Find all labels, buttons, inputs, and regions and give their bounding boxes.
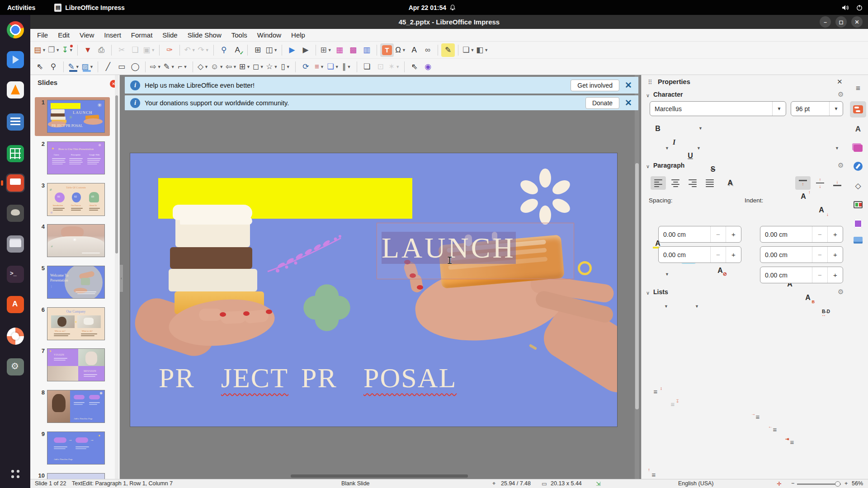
image-filter-dropdown-icon[interactable]: ▼ [396, 65, 400, 69]
get-involved-button[interactable]: Get involved [571, 80, 619, 91]
dock-chrome[interactable] [6, 20, 25, 39]
increase-spacing-button[interactable]: ≡↕ [649, 385, 662, 398]
slide-thumbnail-row-4[interactable]: 4 ✳ ⸙ [35, 221, 110, 260]
highlight-dropdown-icon[interactable]: ▼ [697, 146, 701, 150]
distribute-button[interactable]: ∥▼ [340, 60, 354, 74]
dock-files[interactable] [6, 235, 25, 253]
new-dropdown-icon[interactable]: ▼ [42, 48, 46, 52]
find-replace-button[interactable]: ⚲ [217, 43, 231, 57]
ordered-list-dropdown-icon[interactable]: ▼ [695, 304, 699, 309]
insert-media-button[interactable]: ▩ [346, 43, 360, 57]
undo-button[interactable]: ↶▼ [183, 43, 197, 57]
distribute-dropdown-icon[interactable]: ▼ [347, 65, 351, 69]
indent-before-input[interactable]: 0.00 cm − + [760, 226, 843, 243]
window-title-bar[interactable]: 45_2.pptx - LibreOffice Impress – ◻ ✕ [30, 15, 868, 29]
tab-gallery[interactable] [850, 140, 866, 156]
spacing-below-value[interactable]: 0.00 cm [659, 251, 710, 258]
underline-dropdown-icon[interactable]: ▼ [698, 126, 703, 131]
indent-before-value[interactable]: 0.00 cm [760, 231, 812, 238]
slide-thumbnail-row-7[interactable]: 7 VISION MISSION ✦ [35, 346, 110, 385]
line-color-dropdown-icon[interactable]: ▼ [75, 65, 80, 69]
menu-edit[interactable]: Edit [53, 30, 75, 40]
select-button[interactable]: ⇖ [33, 60, 47, 74]
insert-image-button[interactable]: ▦ [333, 43, 346, 57]
indent-after-value[interactable]: 0.00 cm [760, 251, 812, 258]
indent-first-decrease[interactable]: − [812, 267, 827, 283]
dock-settings[interactable] [6, 357, 25, 376]
spacing-below-decrease[interactable]: − [710, 247, 726, 263]
focused-app-indicator[interactable]: ▤ LibreOffice Impress [54, 4, 125, 12]
indent-first-value[interactable]: 0.00 cm [760, 272, 812, 279]
minimize-button[interactable]: – [820, 16, 831, 28]
spacing-above-value[interactable]: 0.00 cm [659, 231, 710, 238]
tab-master-slides[interactable] [850, 232, 866, 248]
zoom-fit-icon[interactable]: ✛ [777, 480, 781, 487]
yellow-ring-decoration[interactable] [578, 261, 592, 275]
horizontal-scrollbar-thumb[interactable] [291, 474, 468, 478]
edit-canvas[interactable]: ‹ [120, 75, 641, 479]
paragraph-settings-icon[interactable]: ⚙ [838, 161, 844, 169]
main-slide[interactable]: LAUNCH I PR JECT PR POSAL [130, 153, 617, 427]
zoom-out-button[interactable]: − [791, 480, 794, 487]
clock-menu[interactable]: Apr 22 01:54 [409, 4, 456, 11]
slide-layout-status[interactable]: Blank Slide [341, 480, 370, 487]
shadow-button[interactable]: A [723, 176, 737, 190]
slide-thumbnail-row-2[interactable]: 2 How to Use This Presentation ✦ ❋ Canva… [35, 139, 110, 178]
menu-file[interactable]: File [32, 30, 53, 40]
indent-before-decrease[interactable]: − [812, 226, 827, 242]
print-button[interactable]: ⎙ [94, 43, 108, 57]
lists-section-header[interactable]: Lists [653, 288, 668, 296]
spacing-below-input[interactable]: 0.00 cm − + [658, 246, 741, 263]
display-views-button[interactable]: ◫▼ [264, 43, 278, 57]
basic-shapes-button[interactable]: ◇▼ [196, 60, 210, 74]
master-slide-button[interactable]: ⊞ [251, 43, 264, 57]
3d-objects-dropdown-icon[interactable]: ▼ [286, 65, 290, 69]
tab-transition[interactable] [850, 197, 866, 213]
increase-indent-button[interactable]: ≡→ [751, 410, 764, 423]
document-language[interactable]: English (USA) [678, 480, 714, 487]
subscript-button[interactable]: AB [801, 291, 815, 305]
zoom-percentage[interactable]: 56% [852, 480, 863, 487]
redo-button[interactable]: ↷▼ [197, 43, 210, 57]
undo-dropdown-icon[interactable]: ▼ [192, 48, 196, 52]
start-first-slide-button[interactable]: ▶ [285, 43, 299, 57]
dock-software[interactable] [6, 295, 25, 314]
dock-terminal[interactable] [6, 265, 25, 284]
menu-window[interactable]: Window [252, 30, 286, 40]
paste-button[interactable]: ▣▼ [142, 43, 156, 57]
font-color-dropdown-icon[interactable]: ▼ [665, 146, 669, 150]
insert-table-button[interactable]: ⊞▼ [319, 43, 333, 57]
slide-8-thumbnail[interactable]: ❋ Add a Timeline Page [47, 390, 104, 422]
indent-after-decrease[interactable]: − [812, 247, 827, 263]
indent-after-increase[interactable]: + [827, 247, 843, 263]
redo-dropdown-icon[interactable]: ▼ [205, 48, 209, 52]
slide-2-thumbnail[interactable]: How to Use This Presentation ✦ ❋ Canva P… [47, 142, 104, 174]
scrollbar-thumb[interactable] [115, 95, 118, 253]
stars-banners-button[interactable]: ☆▼ [265, 60, 278, 74]
zoom-slider-thumb[interactable] [835, 481, 840, 487]
lists-settings-icon[interactable]: ⚙ [838, 288, 844, 296]
connectors-button[interactable]: ⌐▼ [176, 60, 189, 74]
align-objects-button[interactable]: ≡▼ [312, 60, 326, 74]
menu-slide-show[interactable]: Slide Show [183, 30, 226, 40]
decrease-indent-button[interactable]: ≡← [768, 423, 782, 436]
indent-first-line-input[interactable]: 0.00 cm − + [760, 267, 843, 283]
lines-arrows-dropdown-icon[interactable]: ▼ [157, 65, 161, 69]
sidebar-close-icon[interactable]: ✕ [837, 78, 843, 86]
decrease-font-size-button[interactable]: A↓ [814, 203, 829, 217]
slide-7-thumbnail[interactable]: VISION MISSION ✦ [47, 349, 104, 381]
tab-styles[interactable]: A [850, 121, 866, 137]
shadow-button[interactable]: ❏ [360, 60, 374, 74]
activities-button[interactable]: Activities [7, 4, 35, 11]
save-dropdown-icon[interactable]: ▼ [69, 48, 73, 52]
launch-text-frame[interactable]: LAUNCH [377, 223, 574, 279]
hyperlink-button[interactable]: ∞ [421, 43, 434, 57]
curves-polygons-button[interactable]: ✎▼ [162, 60, 176, 74]
slide-1-thumbnail[interactable]: ✳ LAUNCH ✳ PR JECT PR POSAL [47, 100, 104, 132]
collapse-lists-icon[interactable]: ∨ [646, 290, 650, 296]
copy-button[interactable]: ❑ [128, 43, 142, 57]
zoom-in-button[interactable]: + [844, 480, 848, 487]
increase-font-size-button[interactable]: A↑ [796, 190, 811, 203]
symbol-shapes-button[interactable]: ☺▼ [210, 60, 224, 74]
spacing-above-increase[interactable]: + [726, 226, 741, 242]
